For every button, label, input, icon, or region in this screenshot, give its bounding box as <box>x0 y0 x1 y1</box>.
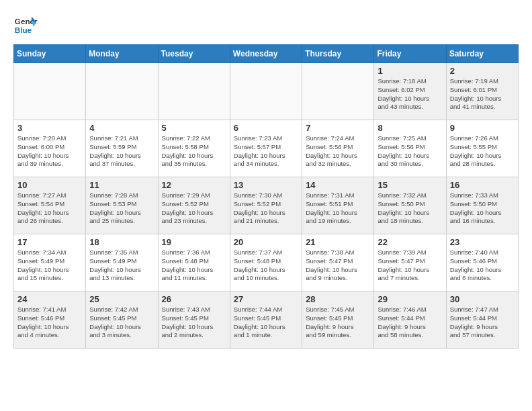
calendar-cell: 29Sunrise: 7:46 AM Sunset: 5:44 PM Dayli… <box>374 291 446 349</box>
day-info: Sunrise: 7:33 AM Sunset: 5:50 PM Dayligh… <box>450 191 515 226</box>
day-info: Sunrise: 7:40 AM Sunset: 5:46 PM Dayligh… <box>450 248 515 283</box>
day-info: Sunrise: 7:45 AM Sunset: 5:45 PM Dayligh… <box>306 306 370 340</box>
day-number: 4 <box>89 123 154 133</box>
day-info: Sunrise: 7:18 AM Sunset: 6:02 PM Dayligh… <box>378 77 442 111</box>
day-info: Sunrise: 7:27 AM Sunset: 5:54 PM Dayligh… <box>17 191 82 226</box>
calendar-cell <box>86 63 158 120</box>
day-number: 12 <box>162 180 226 190</box>
day-info: Sunrise: 7:42 AM Sunset: 5:45 PM Dayligh… <box>89 306 154 340</box>
calendar-cell: 8Sunrise: 7:25 AM Sunset: 5:56 PM Daylig… <box>374 120 446 177</box>
day-number: 15 <box>378 180 442 190</box>
day-number: 29 <box>378 294 442 304</box>
calendar-cell: 30Sunrise: 7:47 AM Sunset: 5:44 PM Dayli… <box>446 291 518 349</box>
day-info: Sunrise: 7:39 AM Sunset: 5:47 PM Dayligh… <box>378 248 442 283</box>
calendar-cell: 26Sunrise: 7:43 AM Sunset: 5:45 PM Dayli… <box>158 291 230 349</box>
day-number: 24 <box>17 294 82 304</box>
day-number: 13 <box>234 180 298 190</box>
calendar-cell: 7Sunrise: 7:24 AM Sunset: 5:56 PM Daylig… <box>302 120 374 177</box>
day-info: Sunrise: 7:23 AM Sunset: 5:57 PM Dayligh… <box>234 134 298 169</box>
calendar-cell: 3Sunrise: 7:20 AM Sunset: 6:00 PM Daylig… <box>14 120 86 177</box>
day-info: Sunrise: 7:19 AM Sunset: 6:01 PM Dayligh… <box>450 77 515 111</box>
calendar-cell: 6Sunrise: 7:23 AM Sunset: 5:57 PM Daylig… <box>230 120 302 177</box>
day-number: 23 <box>450 237 515 247</box>
calendar-cell: 14Sunrise: 7:31 AM Sunset: 5:51 PM Dayli… <box>302 177 374 234</box>
calendar-cell: 2Sunrise: 7:19 AM Sunset: 6:01 PM Daylig… <box>446 63 518 120</box>
calendar-cell: 25Sunrise: 7:42 AM Sunset: 5:45 PM Dayli… <box>86 291 158 349</box>
day-info: Sunrise: 7:44 AM Sunset: 5:45 PM Dayligh… <box>234 306 298 340</box>
calendar-cell <box>14 63 86 120</box>
calendar-cell: 24Sunrise: 7:41 AM Sunset: 5:46 PM Dayli… <box>14 291 86 349</box>
day-number: 2 <box>450 66 515 76</box>
calendar-cell: 28Sunrise: 7:45 AM Sunset: 5:45 PM Dayli… <box>302 291 374 349</box>
calendar-cell: 16Sunrise: 7:33 AM Sunset: 5:50 PM Dayli… <box>446 177 518 234</box>
weekday-header-sunday: Sunday <box>14 45 86 63</box>
calendar-cell: 11Sunrise: 7:28 AM Sunset: 5:53 PM Dayli… <box>86 177 158 234</box>
calendar-cell: 21Sunrise: 7:38 AM Sunset: 5:47 PM Dayli… <box>302 234 374 291</box>
day-number: 18 <box>89 237 154 247</box>
calendar-cell: 4Sunrise: 7:21 AM Sunset: 5:59 PM Daylig… <box>86 120 158 177</box>
day-info: Sunrise: 7:21 AM Sunset: 5:59 PM Dayligh… <box>89 134 154 169</box>
day-info: Sunrise: 7:46 AM Sunset: 5:44 PM Dayligh… <box>378 306 442 340</box>
calendar-week-4: 17Sunrise: 7:34 AM Sunset: 5:49 PM Dayli… <box>14 234 519 291</box>
day-info: Sunrise: 7:26 AM Sunset: 5:55 PM Dayligh… <box>450 134 515 169</box>
day-number: 28 <box>306 294 370 304</box>
calendar-cell: 9Sunrise: 7:26 AM Sunset: 5:55 PM Daylig… <box>446 120 518 177</box>
day-number: 1 <box>378 66 442 76</box>
calendar-week-1: 1Sunrise: 7:18 AM Sunset: 6:02 PM Daylig… <box>14 63 519 120</box>
weekday-header-monday: Monday <box>86 45 158 63</box>
day-number: 6 <box>234 123 298 133</box>
calendar-cell: 5Sunrise: 7:22 AM Sunset: 5:58 PM Daylig… <box>158 120 230 177</box>
day-number: 5 <box>162 123 226 133</box>
day-number: 10 <box>17 180 82 190</box>
day-info: Sunrise: 7:43 AM Sunset: 5:45 PM Dayligh… <box>162 306 226 340</box>
day-number: 22 <box>378 237 442 247</box>
day-info: Sunrise: 7:30 AM Sunset: 5:52 PM Dayligh… <box>234 191 298 226</box>
calendar-cell: 1Sunrise: 7:18 AM Sunset: 6:02 PM Daylig… <box>374 63 446 120</box>
calendar-cell: 17Sunrise: 7:34 AM Sunset: 5:49 PM Dayli… <box>14 234 86 291</box>
day-number: 26 <box>162 294 226 304</box>
day-number: 17 <box>17 237 82 247</box>
day-number: 3 <box>17 123 82 133</box>
calendar-cell <box>230 63 302 120</box>
day-info: Sunrise: 7:34 AM Sunset: 5:49 PM Dayligh… <box>17 248 82 283</box>
day-number: 25 <box>89 294 154 304</box>
page-header: General Blue <box>13 13 519 38</box>
calendar-cell: 10Sunrise: 7:27 AM Sunset: 5:54 PM Dayli… <box>14 177 86 234</box>
day-info: Sunrise: 7:20 AM Sunset: 6:00 PM Dayligh… <box>17 134 82 169</box>
weekday-header-friday: Friday <box>374 45 446 63</box>
day-info: Sunrise: 7:38 AM Sunset: 5:47 PM Dayligh… <box>306 248 370 283</box>
calendar-cell: 12Sunrise: 7:29 AM Sunset: 5:52 PM Dayli… <box>158 177 230 234</box>
day-info: Sunrise: 7:37 AM Sunset: 5:48 PM Dayligh… <box>234 248 298 283</box>
calendar-cell: 22Sunrise: 7:39 AM Sunset: 5:47 PM Dayli… <box>374 234 446 291</box>
day-number: 11 <box>89 180 154 190</box>
calendar-cell: 20Sunrise: 7:37 AM Sunset: 5:48 PM Dayli… <box>230 234 302 291</box>
day-info: Sunrise: 7:35 AM Sunset: 5:49 PM Dayligh… <box>89 248 154 283</box>
calendar-cell: 27Sunrise: 7:44 AM Sunset: 5:45 PM Dayli… <box>230 291 302 349</box>
day-number: 7 <box>306 123 370 133</box>
weekday-header-saturday: Saturday <box>446 45 518 63</box>
weekday-header-thursday: Thursday <box>302 45 374 63</box>
day-info: Sunrise: 7:24 AM Sunset: 5:56 PM Dayligh… <box>306 134 370 169</box>
day-number: 19 <box>162 237 226 247</box>
day-number: 16 <box>450 180 515 190</box>
calendar-cell: 13Sunrise: 7:30 AM Sunset: 5:52 PM Dayli… <box>230 177 302 234</box>
logo-icon: General Blue <box>13 13 38 38</box>
day-info: Sunrise: 7:29 AM Sunset: 5:52 PM Dayligh… <box>162 191 226 226</box>
day-info: Sunrise: 7:25 AM Sunset: 5:56 PM Dayligh… <box>378 134 442 169</box>
calendar-cell <box>302 63 374 120</box>
calendar-cell: 19Sunrise: 7:36 AM Sunset: 5:48 PM Dayli… <box>158 234 230 291</box>
day-number: 30 <box>450 294 515 304</box>
day-number: 21 <box>306 237 370 247</box>
logo: General Blue <box>13 13 38 38</box>
day-info: Sunrise: 7:31 AM Sunset: 5:51 PM Dayligh… <box>306 191 370 226</box>
calendar-week-2: 3Sunrise: 7:20 AM Sunset: 6:00 PM Daylig… <box>14 120 519 177</box>
calendar-cell: 23Sunrise: 7:40 AM Sunset: 5:46 PM Dayli… <box>446 234 518 291</box>
day-info: Sunrise: 7:32 AM Sunset: 5:50 PM Dayligh… <box>378 191 442 226</box>
day-number: 8 <box>378 123 442 133</box>
day-number: 27 <box>234 294 298 304</box>
weekday-header-tuesday: Tuesday <box>158 45 230 63</box>
calendar-week-3: 10Sunrise: 7:27 AM Sunset: 5:54 PM Dayli… <box>14 177 519 234</box>
day-number: 14 <box>306 180 370 190</box>
day-info: Sunrise: 7:22 AM Sunset: 5:58 PM Dayligh… <box>162 134 226 169</box>
weekday-header-wednesday: Wednesday <box>230 45 302 63</box>
